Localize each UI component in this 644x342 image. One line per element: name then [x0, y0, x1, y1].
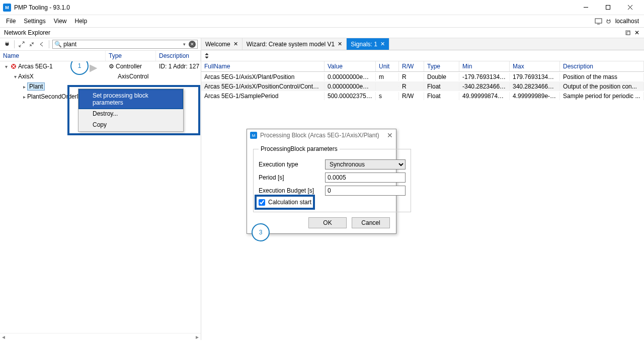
tree-column-headers: Name Type Description	[0, 51, 201, 61]
signals-grid-body: Arcas 5EG-1/AxisX/Plant/Position 0.00000…	[201, 72, 644, 101]
processing-block-dialog: M Processing Block (Arcas 5EG-1/AxisX/Pl…	[247, 129, 396, 234]
calc-start-checkbox[interactable]	[259, 199, 265, 206]
expand-out-icon[interactable]	[18, 40, 26, 48]
signals-grid-headers: FullName Value Unit R/W Type Min Max Des…	[201, 61, 644, 72]
minimize-button[interactable]	[575, 1, 597, 15]
tab-label: Welcome	[205, 41, 230, 48]
gear-icon: ⚙	[109, 63, 114, 70]
col-min[interactable]: Min	[459, 61, 510, 71]
svg-rect-1	[606, 6, 610, 10]
ctx-copy[interactable]: Copy	[79, 119, 182, 130]
svg-rect-7	[627, 32, 630, 35]
ctx-set-processing-params[interactable]: Set processing block parameters	[78, 89, 183, 109]
app-icon: M	[3, 4, 11, 12]
network-explorer-pane: 🔍 ▾ ✕ Name Type Description ▾ Arcas 5EG-…	[0, 38, 201, 340]
titlebar: M PMP Tooling - 93.1.0	[0, 0, 644, 15]
tutorial-badge-3: 3	[252, 223, 270, 241]
col-description[interactable]: Description	[156, 51, 201, 61]
search-field[interactable]: 🔍 ▾ ✕	[52, 40, 198, 49]
col-type[interactable]: Type	[424, 61, 459, 71]
panel-title: Network Explorer	[4, 29, 50, 36]
col-description[interactable]: Description	[560, 61, 644, 71]
exec-type-select[interactable]: Synchronous	[325, 159, 406, 169]
left-arrow-icon[interactable]	[38, 40, 46, 48]
network-explorer-header: Network Explorer ✕	[0, 27, 644, 38]
network-explorer-toolbar: 🔍 ▾ ✕	[0, 38, 201, 51]
search-options-icon[interactable]: ▾	[181, 41, 188, 48]
col-rw[interactable]: R/W	[399, 61, 424, 71]
budget-label: Execution Budget [s]	[259, 187, 325, 194]
host-label: localhost	[615, 18, 639, 25]
col-value[interactable]: Value	[325, 61, 376, 71]
menu-help[interactable]: Help	[71, 17, 92, 26]
tree-row-controller[interactable]: ▾ Arcas 5EG-1 ⚙ Controller ID: 1 Addr: 1…	[0, 61, 201, 71]
tree-label: Plant	[27, 82, 45, 91]
menu-view[interactable]: View	[50, 17, 71, 26]
window-title: PMP Tooling - 93.1.0	[14, 4, 575, 11]
col-type[interactable]: Type	[106, 51, 156, 61]
dialog-title: Processing Block (Arcas 5EG-1/AxisX/Plan…	[260, 132, 387, 139]
table-row[interactable]: Arcas 5EG-1/AxisX/Plant/Position 0.00000…	[201, 72, 644, 81]
tab-label: Signals: 1	[351, 41, 377, 48]
maximize-button[interactable]	[597, 1, 619, 15]
dialog-fieldset: ProcessingBlock parameters Execution typ…	[253, 145, 411, 212]
horizontal-scrollbar[interactable]: ◂▸	[0, 333, 201, 340]
signals-toolbar	[201, 50, 644, 61]
col-name[interactable]: Name	[0, 51, 106, 61]
chevron-down-icon[interactable]: ▾	[3, 64, 9, 69]
dialog-titlebar[interactable]: M Processing Block (Arcas 5EG-1/AxisX/Pl…	[247, 129, 396, 141]
col-max[interactable]: Max	[510, 61, 560, 71]
table-row[interactable]: Arcas 5EG-1/AxisX/PositionControl/Contro…	[201, 81, 644, 91]
tabbar: Welcome ✕ Wizard: Create system model V1…	[201, 38, 644, 50]
tree-body: ▾ Arcas 5EG-1 ⚙ Controller ID: 1 Addr: 1…	[0, 61, 201, 340]
chevron-right-icon[interactable]: ▸	[21, 94, 27, 100]
tab-wizard[interactable]: Wizard: Create system model V1 ✕	[243, 38, 347, 50]
cancel-button[interactable]: Cancel	[352, 217, 390, 228]
tree-label: Arcas 5EG-1	[18, 63, 53, 70]
menu-settings[interactable]: Settings	[20, 17, 49, 26]
fieldset-legend: ProcessingBlock parameters	[259, 145, 340, 152]
close-button[interactable]	[619, 1, 641, 15]
tree-row-axisx[interactable]: ▾ AxisX AxisControl	[0, 71, 201, 81]
ctx-destroy[interactable]: Destroy...	[79, 108, 182, 119]
search-clear-icon[interactable]: ✕	[189, 41, 196, 48]
calc-start-label: Calculation start	[268, 199, 335, 206]
plug-icon[interactable]	[3, 40, 11, 48]
budget-input[interactable]	[325, 186, 406, 196]
plug-icon	[605, 18, 612, 25]
panel-close-icon[interactable]: ✕	[633, 29, 641, 37]
collapse-in-icon[interactable]	[28, 40, 36, 48]
close-icon[interactable]: ✕	[338, 41, 342, 47]
chevron-right-icon[interactable]: ▸	[21, 84, 27, 90]
app-icon: M	[250, 132, 257, 139]
tree-type: Controller	[116, 63, 142, 70]
svg-rect-4	[595, 19, 602, 23]
col-fullname[interactable]: FullName	[201, 61, 325, 71]
tab-label: Wizard: Create system model V1	[247, 41, 335, 48]
col-unit[interactable]: Unit	[376, 61, 399, 71]
close-icon[interactable]: ✕	[233, 41, 238, 47]
search-input[interactable]	[63, 41, 180, 48]
sort-icon[interactable]	[204, 53, 210, 59]
context-menu: Set processing block parameters Destroy.…	[78, 89, 184, 132]
popout-icon[interactable]	[624, 29, 632, 37]
table-row[interactable]: Arcas 5EG-1/SamplePeriod 500.00002375e-.…	[201, 91, 644, 101]
tree-desc: ID: 1 Addr: 127	[159, 63, 201, 70]
main-pane: Welcome ✕ Wizard: Create system model V1…	[201, 38, 644, 340]
tab-welcome[interactable]: Welcome ✕	[201, 38, 243, 50]
search-icon: 🔍	[54, 41, 62, 48]
menubar: File Settings View Help localhost	[0, 15, 644, 27]
ok-button[interactable]: OK	[308, 217, 347, 228]
menu-file[interactable]: File	[2, 17, 20, 26]
screen-icon	[595, 18, 602, 25]
close-icon[interactable]: ✕	[387, 131, 393, 139]
tree-type: AxisControl	[118, 73, 168, 80]
close-icon[interactable]: ✕	[380, 41, 385, 47]
tab-signals[interactable]: Signals: 1 ✕	[347, 38, 389, 50]
node-error-icon	[10, 63, 17, 70]
chevron-down-icon[interactable]: ▾	[12, 74, 18, 79]
period-input[interactable]	[325, 173, 406, 183]
exec-type-label: Execution type	[259, 161, 325, 168]
arrow-icon: ▶	[90, 61, 97, 73]
tree-label: AxisX	[18, 73, 34, 80]
